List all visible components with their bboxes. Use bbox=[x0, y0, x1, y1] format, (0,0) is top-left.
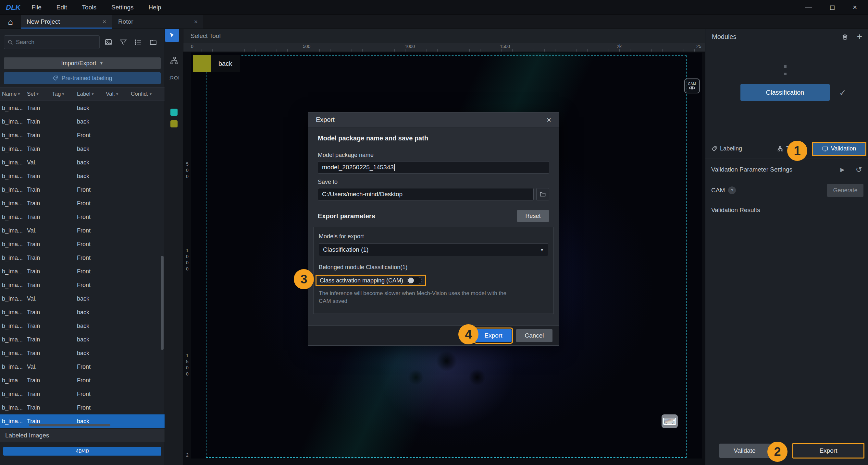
reset-button[interactable]: Reset bbox=[517, 210, 549, 222]
section-title-params: Export parameters bbox=[318, 212, 375, 220]
dialog-close-icon[interactable]: × bbox=[547, 115, 551, 125]
column-header[interactable]: Tag ▾ bbox=[50, 91, 75, 97]
table-row[interactable]: b_ima... Train back bbox=[0, 169, 164, 183]
table-row[interactable]: b_ima... Train back bbox=[0, 319, 164, 333]
import-export-button[interactable]: Import/Export ▼ bbox=[4, 57, 161, 69]
table-row[interactable]: b_ima... Val. Front bbox=[0, 224, 164, 237]
menu-item[interactable]: Edit bbox=[57, 4, 67, 11]
validate-button[interactable]: Validate bbox=[719, 443, 770, 458]
cam-visibility-button[interactable]: CAM bbox=[684, 78, 700, 93]
roi-tool-label: :ROI bbox=[168, 75, 180, 80]
filter-button[interactable] bbox=[117, 36, 129, 48]
sort-icon[interactable]: ▾ bbox=[116, 92, 118, 96]
sort-icon[interactable]: ▾ bbox=[62, 92, 64, 96]
cell-name: b_ima... bbox=[0, 323, 25, 329]
models-for-export-select[interactable]: Classification (1) ▼ bbox=[319, 243, 548, 256]
selection-tool-button-active[interactable] bbox=[165, 29, 179, 42]
sort-icon[interactable]: ▾ bbox=[92, 92, 94, 96]
table-row[interactable]: b_ima... Train Front bbox=[0, 183, 164, 197]
table-row[interactable]: b_ima... Val. Front bbox=[0, 360, 164, 373]
minimize-icon[interactable]: — bbox=[805, 3, 812, 12]
maximize-icon[interactable]: □ bbox=[830, 3, 835, 12]
table-row[interactable]: b_ima... Train Front bbox=[0, 128, 164, 142]
table-row[interactable]: b_ima... Train Front bbox=[0, 197, 164, 210]
column-label: Tag bbox=[52, 91, 61, 97]
roi-tool-button[interactable]: :ROI bbox=[165, 74, 183, 81]
class-color-back[interactable] bbox=[170, 120, 178, 127]
table-row[interactable]: b_ima... Train back bbox=[0, 142, 164, 156]
cell-label: back bbox=[75, 119, 104, 125]
class-color-front[interactable] bbox=[170, 109, 178, 116]
table-row[interactable]: b_ima... Val. back bbox=[0, 292, 164, 305]
dialog-cancel-button[interactable]: Cancel bbox=[516, 329, 553, 342]
table-row[interactable]: b_ima... Val. back bbox=[0, 156, 164, 169]
menu-item[interactable]: File bbox=[31, 4, 41, 11]
generate-button[interactable]: Generate bbox=[827, 184, 864, 197]
sort-icon[interactable]: ▾ bbox=[150, 92, 152, 96]
validation-param-settings-row[interactable]: Validation Parameter Settings ▶ ↺ bbox=[705, 162, 868, 177]
history-icon[interactable]: ↺ bbox=[856, 165, 862, 174]
node-tool-button[interactable] bbox=[165, 55, 183, 66]
close-icon[interactable]: × bbox=[853, 3, 857, 12]
sort-icon[interactable]: ▾ bbox=[37, 92, 39, 96]
menu-item[interactable]: Tools bbox=[82, 4, 96, 11]
table-row[interactable]: b_ima... Train back bbox=[0, 101, 164, 115]
column-header[interactable]: Set ▾ bbox=[25, 91, 50, 97]
project-tab[interactable]: New Project × bbox=[21, 15, 112, 29]
table-row[interactable]: b_ima... Train Front bbox=[0, 373, 164, 387]
save-to-field[interactable]: C:/Users/mech-mind/Desktop bbox=[318, 188, 534, 200]
tab-close-icon[interactable]: × bbox=[194, 18, 198, 25]
column-header[interactable]: Confid. ▾ bbox=[129, 91, 164, 97]
cam-toggle-switch[interactable] bbox=[407, 277, 422, 284]
search-input[interactable] bbox=[16, 39, 96, 46]
classification-module-button[interactable]: Classification bbox=[740, 84, 830, 101]
list-settings-button[interactable] bbox=[132, 36, 145, 48]
tab-close-icon[interactable]: × bbox=[102, 18, 106, 25]
search-box[interactable] bbox=[4, 35, 100, 49]
table-row[interactable]: b_ima... Train back bbox=[0, 115, 164, 128]
tab-validation[interactable]: Validation bbox=[812, 142, 866, 156]
tab-labeling[interactable]: Labeling bbox=[708, 142, 745, 156]
trash-icon[interactable] bbox=[841, 33, 848, 40]
cell-name: b_ima... bbox=[0, 282, 25, 289]
labeled-images-section[interactable]: Labeled Images bbox=[0, 429, 164, 442]
export-model-button[interactable]: Export bbox=[793, 443, 864, 459]
add-module-icon[interactable]: + bbox=[857, 31, 862, 42]
pretrained-labeling-button[interactable]: Pre-trained labeling bbox=[4, 72, 161, 84]
table-row[interactable]: b_ima... Train Front bbox=[0, 278, 164, 292]
cell-set: Train bbox=[25, 132, 50, 139]
horizontal-scrollbar[interactable] bbox=[29, 424, 111, 426]
menu-item[interactable]: Settings bbox=[111, 4, 134, 11]
nodes-icon bbox=[170, 57, 179, 65]
column-header[interactable]: Name ▾ bbox=[0, 91, 25, 97]
folder-view-button[interactable] bbox=[147, 36, 159, 48]
table-row[interactable]: b_ima... Train Front bbox=[0, 387, 164, 401]
table-row[interactable]: b_ima... Train back bbox=[0, 346, 164, 360]
browse-folder-button[interactable] bbox=[536, 188, 549, 200]
tag-icon bbox=[52, 75, 58, 81]
table-row[interactable]: b_ima... Train back bbox=[0, 333, 164, 346]
table-row[interactable]: b_ima... Train Front bbox=[0, 265, 164, 278]
model-name-field[interactable]: model_20250225_145343 bbox=[318, 161, 549, 173]
question-icon[interactable]: ? bbox=[728, 187, 736, 194]
annotation-number-badge: 1 bbox=[787, 141, 807, 161]
virtual-keyboard-button[interactable]: ⌨ bbox=[661, 414, 678, 428]
home-button[interactable]: ⌂ bbox=[0, 15, 21, 29]
column-label: Set bbox=[27, 91, 35, 97]
sort-icon[interactable]: ▾ bbox=[18, 92, 20, 96]
image-view-button[interactable] bbox=[102, 36, 115, 48]
menu-item[interactable]: Help bbox=[149, 4, 161, 11]
validation-results-label: Validation Results bbox=[711, 206, 760, 214]
table-row[interactable]: b_ima... Train back bbox=[0, 305, 164, 319]
expand-icon[interactable]: ▶ bbox=[840, 166, 845, 173]
vertical-scrollbar[interactable] bbox=[161, 256, 164, 350]
table-row[interactable]: b_ima... Train Front bbox=[0, 251, 164, 265]
column-header[interactable]: Label ▾ bbox=[75, 91, 104, 97]
table-row[interactable]: b_ima... Train Front bbox=[0, 401, 164, 414]
table-row[interactable]: b_ima... Train Front bbox=[0, 237, 164, 251]
project-tab[interactable]: Rotor × bbox=[112, 15, 204, 29]
cell-label: back bbox=[75, 350, 104, 357]
column-header[interactable]: Val. ▾ bbox=[104, 91, 129, 97]
dialog-export-button[interactable]: Export bbox=[475, 329, 512, 342]
table-row[interactable]: b_ima... Train Front bbox=[0, 210, 164, 224]
